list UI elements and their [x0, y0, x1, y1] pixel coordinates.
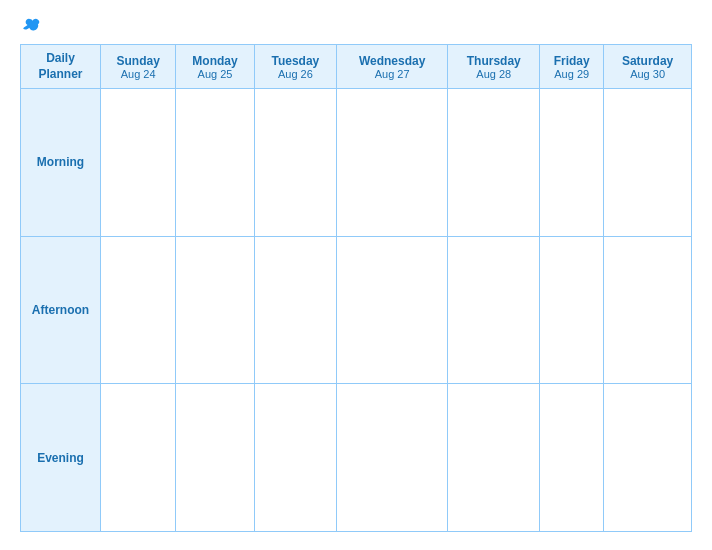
cell-evening-wednesday[interactable]	[336, 384, 447, 532]
logo-blue-container	[20, 18, 40, 32]
day-date: Aug 25	[178, 68, 251, 80]
logo-bird-icon	[22, 18, 40, 32]
section-label-afternoon: Afternoon	[21, 236, 101, 384]
cell-evening-monday[interactable]	[176, 384, 254, 532]
day-name: Tuesday	[257, 54, 334, 68]
logo-container	[20, 18, 40, 32]
cell-evening-friday[interactable]	[540, 384, 604, 532]
day-date: Aug 24	[103, 68, 173, 80]
day-name: Sunday	[103, 54, 173, 68]
cell-afternoon-wednesday[interactable]	[336, 236, 447, 384]
cell-afternoon-tuesday[interactable]	[254, 236, 336, 384]
cell-morning-monday[interactable]	[176, 89, 254, 237]
cell-evening-tuesday[interactable]	[254, 384, 336, 532]
cell-morning-thursday[interactable]	[448, 89, 540, 237]
header-day-tuesday: TuesdayAug 26	[254, 45, 336, 89]
cell-afternoon-thursday[interactable]	[448, 236, 540, 384]
day-name: Friday	[542, 54, 601, 68]
page-header	[20, 18, 692, 32]
cell-morning-tuesday[interactable]	[254, 89, 336, 237]
cell-morning-wednesday[interactable]	[336, 89, 447, 237]
cell-evening-saturday[interactable]	[604, 384, 692, 532]
header-day-saturday: SaturdayAug 30	[604, 45, 692, 89]
cell-morning-saturday[interactable]	[604, 89, 692, 237]
header-day-sunday: SundayAug 24	[101, 45, 176, 89]
day-name: Saturday	[606, 54, 689, 68]
cell-evening-sunday[interactable]	[101, 384, 176, 532]
cell-afternoon-sunday[interactable]	[101, 236, 176, 384]
section-label-evening: Evening	[21, 384, 101, 532]
table-header-label: DailyPlanner	[21, 45, 101, 89]
planner-table: DailyPlanner SundayAug 24MondayAug 25Tue…	[20, 44, 692, 532]
row-evening: Evening	[21, 384, 692, 532]
cell-evening-thursday[interactable]	[448, 384, 540, 532]
header-row: DailyPlanner SundayAug 24MondayAug 25Tue…	[21, 45, 692, 89]
cell-morning-friday[interactable]	[540, 89, 604, 237]
row-afternoon: Afternoon	[21, 236, 692, 384]
cell-afternoon-friday[interactable]	[540, 236, 604, 384]
day-date: Aug 28	[450, 68, 537, 80]
day-name: Wednesday	[339, 54, 445, 68]
day-date: Aug 30	[606, 68, 689, 80]
header-day-monday: MondayAug 25	[176, 45, 254, 89]
day-name: Monday	[178, 54, 251, 68]
section-label-morning: Morning	[21, 89, 101, 237]
cell-morning-sunday[interactable]	[101, 89, 176, 237]
day-name: Thursday	[450, 54, 537, 68]
cell-afternoon-saturday[interactable]	[604, 236, 692, 384]
cell-afternoon-monday[interactable]	[176, 236, 254, 384]
day-date: Aug 26	[257, 68, 334, 80]
day-date: Aug 29	[542, 68, 601, 80]
daily-planner-header-text: DailyPlanner	[38, 51, 82, 81]
row-morning: Morning	[21, 89, 692, 237]
header-day-thursday: ThursdayAug 28	[448, 45, 540, 89]
day-date: Aug 27	[339, 68, 445, 80]
header-day-wednesday: WednesdayAug 27	[336, 45, 447, 89]
header-day-friday: FridayAug 29	[540, 45, 604, 89]
